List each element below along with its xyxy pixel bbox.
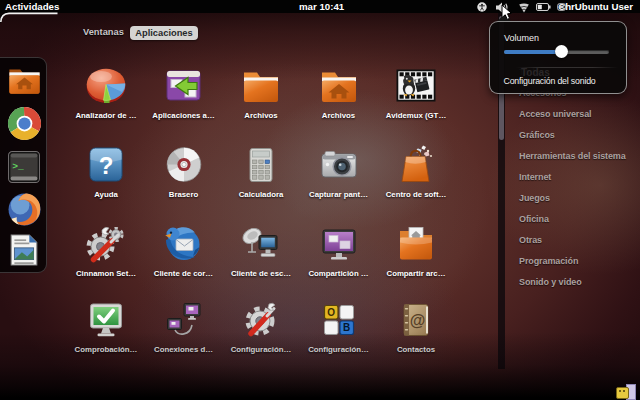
svg-text:@: @ xyxy=(410,312,426,329)
svg-text:?: ? xyxy=(99,152,114,179)
svg-text:>_: >_ xyxy=(12,161,24,172)
svg-text:O: O xyxy=(327,307,335,318)
